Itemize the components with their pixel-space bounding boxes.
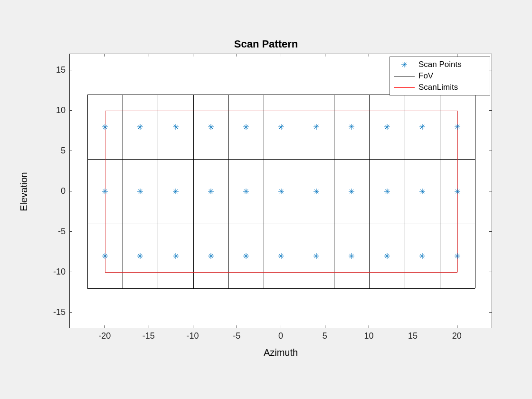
y-tick-label: -15 (47, 307, 66, 317)
scan-point-marker (137, 188, 143, 195)
svg-line-106 (244, 254, 248, 258)
svg-line-14 (209, 125, 212, 129)
scan-point-marker (278, 253, 285, 259)
x-tick-mark (237, 325, 237, 328)
scan-point-marker (137, 253, 143, 259)
y-tick-mark (489, 312, 492, 313)
scan-point-marker (243, 188, 249, 195)
svg-line-58 (209, 190, 212, 193)
scanlimits-edge (457, 111, 458, 272)
fov-vline (193, 95, 194, 288)
fov-vline (158, 95, 158, 288)
scanlimits-edge (105, 111, 105, 272)
svg-line-31 (350, 125, 353, 129)
y-tick-mark (69, 110, 72, 111)
scan-point-marker (348, 253, 355, 259)
scan-point-marker (313, 188, 320, 195)
y-tick-mark (69, 151, 72, 151)
y-tick-mark (489, 191, 492, 191)
svg-line-34 (385, 125, 389, 129)
scanlimits-edge (105, 111, 457, 111)
y-tick-label: 5 (47, 146, 66, 156)
fov-vline (228, 95, 229, 288)
x-tick-mark (149, 325, 149, 328)
svg-line-35 (385, 125, 389, 129)
svg-line-102 (209, 254, 212, 258)
svg-line-107 (244, 254, 248, 258)
x-tick-mark (369, 54, 369, 57)
svg-line-6 (138, 125, 142, 129)
scan-point-marker (384, 188, 390, 195)
svg-line-15 (209, 125, 212, 129)
svg-line-23 (279, 125, 283, 129)
svg-line-78 (385, 190, 389, 193)
x-tick-label: 5 (323, 331, 327, 341)
x-tick-mark (413, 325, 413, 328)
line-icon (394, 71, 415, 81)
legend-entry-fov: FoV (394, 70, 486, 82)
x-tick-label: 0 (278, 331, 283, 341)
svg-line-83 (420, 190, 424, 193)
svg-line-75 (350, 190, 353, 193)
x-tick-label: 15 (408, 331, 418, 341)
scan-point-marker (172, 253, 179, 259)
x-tick-mark (325, 54, 325, 57)
svg-line-38 (420, 125, 424, 129)
x-tick-mark (193, 325, 193, 328)
y-tick-mark (69, 272, 72, 272)
scan-point-marker (243, 124, 249, 130)
fov-vline (334, 95, 334, 288)
svg-line-114 (314, 254, 318, 258)
svg-line-55 (173, 190, 177, 193)
svg-line-22 (279, 125, 283, 129)
svg-line-126 (420, 254, 424, 258)
y-tick-mark (69, 312, 72, 313)
x-tick-label: -5 (233, 331, 240, 341)
svg-line-127 (420, 254, 424, 258)
svg-line-27 (314, 125, 318, 129)
scan-point-marker (278, 124, 285, 130)
scan-point-marker (348, 124, 355, 130)
y-tick-mark (69, 70, 72, 70)
y-tick-label: 0 (47, 186, 66, 196)
svg-line-63 (244, 190, 248, 193)
svg-line-111 (279, 254, 283, 258)
fov-vline (440, 95, 440, 288)
scan-point-marker (313, 253, 320, 259)
scan-point-marker (384, 124, 390, 130)
y-tick-mark (489, 110, 492, 111)
svg-line-30 (350, 125, 353, 129)
svg-line-70 (314, 190, 318, 193)
svg-line-10 (173, 125, 177, 129)
x-tick-label: 20 (452, 331, 462, 341)
x-tick-mark (193, 54, 193, 57)
scan-point-marker (419, 124, 426, 130)
svg-line-66 (279, 190, 283, 193)
x-tick-mark (369, 325, 369, 328)
svg-line-123 (385, 254, 389, 258)
fov-vline (405, 95, 405, 288)
svg-line-19 (244, 125, 248, 129)
x-tick-label: -20 (98, 331, 111, 341)
svg-line-82 (420, 190, 424, 193)
y-tick-label: 10 (47, 105, 66, 115)
svg-line-74 (350, 190, 353, 193)
legend[interactable]: Scan Points FoV ScanLimits (390, 57, 490, 95)
svg-line-51 (138, 190, 142, 193)
scanlimits-edge (105, 272, 457, 273)
x-tick-mark (237, 54, 237, 57)
svg-line-54 (173, 190, 177, 193)
y-tick-mark (489, 151, 492, 151)
scan-point-marker (208, 124, 214, 130)
asterisk-icon (394, 60, 415, 69)
svg-line-18 (244, 125, 248, 129)
svg-line-94 (138, 254, 142, 258)
scan-point-marker (172, 124, 179, 130)
svg-line-67 (279, 190, 283, 193)
scan-point-marker (384, 253, 390, 259)
y-tick-mark (489, 272, 492, 272)
svg-line-115 (314, 254, 318, 258)
figure: Scan Pattern Azimuth Elevation Scan Poin… (0, 0, 532, 399)
svg-line-39 (420, 125, 424, 129)
svg-line-99 (173, 254, 177, 258)
